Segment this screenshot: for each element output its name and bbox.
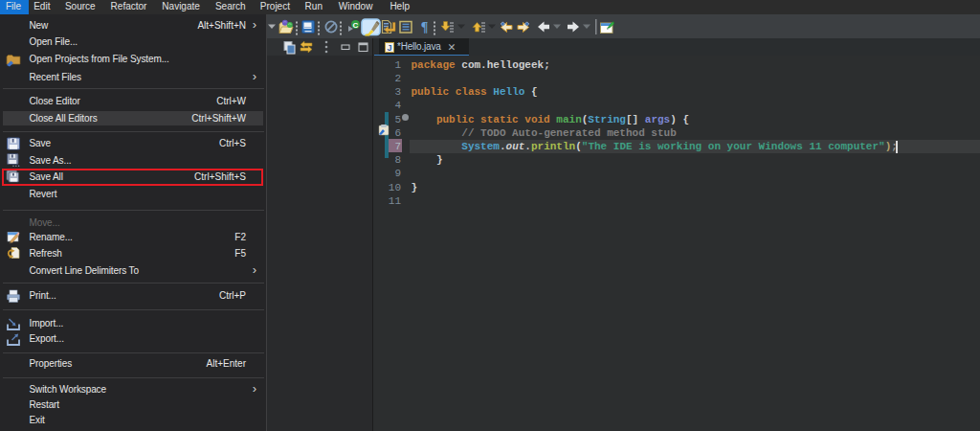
- svg-text:¶: ¶: [420, 20, 428, 34]
- svg-text:J: J: [387, 43, 391, 53]
- svg-text:C: C: [352, 21, 358, 30]
